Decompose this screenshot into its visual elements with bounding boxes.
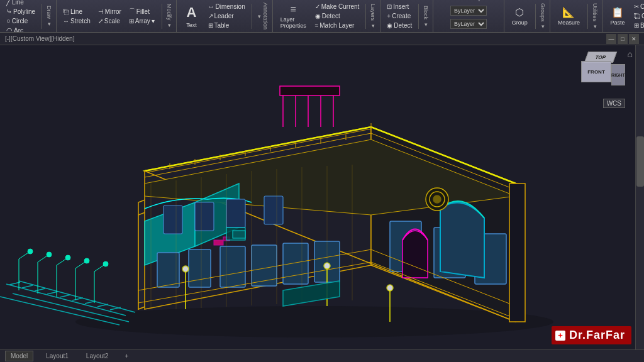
annotation-label: Annotation ▾ [256,2,269,31]
utilities-label: Utilities ▾ [592,3,598,30]
bylayer-dropdown-2[interactable]: ByLayer [450,19,487,29]
ribbon-draw-section: ╱ Line ⤷ Polyline ○ Circle ◠ Arc Draw ▾ [0,0,57,32]
sep4 [365,4,366,29]
make-current-icon: ✓ [315,3,320,10]
svg-rect-51 [220,246,245,287]
circle-icon: ○ [6,17,11,25]
svg-rect-78 [509,184,525,322]
ribbon-properties-section: ⟺ Match Properties ByLayer ByLayer Prope… [433,0,504,32]
copy-clipboard-button[interactable]: ⿻ Copy [631,12,644,21]
svg-rect-52 [252,245,277,286]
home-button[interactable]: ⌂ [628,49,633,59]
mirror-button[interactable]: ⊣ Mirror [96,7,124,16]
insert-icon: ⊡ [387,3,392,10]
array-icon: ⊞ [129,18,134,25]
dimension-button[interactable]: ↔ Dimension [206,3,248,11]
circle-button[interactable]: ○ Circle [4,16,38,25]
svg-point-29 [28,249,33,254]
fillet-button[interactable]: ⌒ Fillet [126,7,158,16]
copy-clipboard-icon: ⿻ [634,13,640,19]
copy-icon: ⿻ [63,8,69,15]
base-button[interactable]: ⊞ Base [631,21,644,30]
sep6 [535,4,536,29]
ribbon-layers-section: ≡ LayerProperties ✓ Make Current ◉ Detec… [273,0,381,32]
scrollbar-thumb[interactable] [636,136,644,187]
model-tab[interactable]: Model [5,351,33,361]
detect-icon: ◉ [315,13,321,19]
ribbon-clipboard-section: 📋 Paste ✂ Cut ⿻ Copy ⊞ Base Clipboard ▾ [602,0,644,32]
sep5 [418,4,419,29]
svg-point-17 [65,255,70,260]
measure-button[interactable]: 📐 Measure [554,3,584,30]
bylayer-dropdown-1[interactable]: ByLayer [450,6,487,16]
arc-button[interactable]: ◠ Arc [4,26,38,33]
statusbar: [-][Custom View][Hidden] — □ ✕ [0,33,644,45]
match-layer-icon: ≈ [315,22,319,29]
base-icon: ⊞ [634,22,639,29]
svg-rect-43 [280,86,340,96]
svg-rect-89 [233,231,245,238]
vertical-scrollbar[interactable] [635,45,644,349]
add-layout-button[interactable]: + [121,351,132,361]
ribbon-block-section: ⊡ Insert + Create ◉ Detect Block ▾ [380,0,433,32]
detect-block-button[interactable]: ◉ Detect [384,21,414,30]
navcube-front[interactable]: FRONT [581,61,611,82]
sep2 [162,4,162,29]
building-canvas [0,45,644,349]
ribbon-modify-section: ⿻ Line ⊣ Mirror ⌒ Fillet ↔ Stretch ⤢ Sca… [57,0,176,32]
create-button[interactable]: + Create [384,12,414,21]
svg-point-82 [324,263,330,269]
layer-properties-button[interactable]: ≡ LayerProperties [277,3,310,30]
table-button[interactable]: ⊞ Table [206,21,248,30]
minimize-button[interactable]: — [606,34,616,44]
svg-point-20 [84,258,89,263]
ribbon-groups-section: ⬡ Group Groups ▾ [504,0,550,32]
watermark: + Dr.FarFar [552,326,631,344]
svg-rect-53 [283,243,308,284]
svg-point-23 [103,261,108,266]
match-properties-button[interactable]: ⟺ Match Properties [437,0,500,2]
group-icon: ⬡ [515,6,524,18]
leader-icon: ↗ [208,13,213,19]
maximize-button[interactable]: □ [618,34,628,44]
layout1-tab[interactable]: Layout1 [41,351,74,361]
copy-button[interactable]: ⿻ Line [60,7,93,16]
viewport: TOP FRONT RIGHT WCS ⌂ + Dr.FarFar [0,45,644,349]
match-layer-button[interactable]: ≈ Match Layer [313,21,362,30]
ribbon: ╱ Line ⤷ Polyline ○ Circle ◠ Arc Draw ▾ … [0,0,644,33]
navcube[interactable]: TOP FRONT RIGHT [581,52,625,96]
stretch-button[interactable]: ↔ Stretch [60,16,93,25]
polyline-button[interactable]: ⤷ Polyline [4,7,38,16]
create-icon: + [387,13,391,19]
stretch-icon: ↔ [63,18,69,25]
cross-icon: + [555,331,565,341]
group-button[interactable]: ⬡ Group [508,3,531,30]
navcube-right[interactable]: RIGHT [611,64,625,85]
watermark-text: Dr.FarFar [569,329,625,342]
match-prop-icon: ⟺ [440,0,448,1]
layers-label: Layers ▾ [370,4,376,29]
text-button[interactable]: A Text [180,3,203,30]
layout2-tab[interactable]: Layout2 [81,351,114,361]
line-button[interactable]: ╱ Line [4,0,38,6]
table-icon: ⊞ [208,22,213,29]
array-button[interactable]: ⊞ Array ▾ [126,16,158,25]
svg-rect-57 [226,199,245,228]
paste-button[interactable]: 📋 Paste [606,3,629,30]
scale-icon: ⤢ [98,18,103,25]
sep7 [587,4,588,29]
detect-button[interactable]: ◉ Detect [313,12,362,21]
insert-button[interactable]: ⊡ Insert [384,3,414,11]
bottombar: Model Layout1 Layout2 + [0,349,644,362]
modify-label: Modify ▾ [166,4,172,28]
cut-button[interactable]: ✂ Cut [631,3,644,11]
close-button[interactable]: ✕ [629,34,639,44]
groups-label: Groups ▾ [540,3,546,30]
scale-button[interactable]: ⤢ Scale [96,16,124,25]
svg-rect-58 [264,196,283,224]
leader-button[interactable]: ↗ Leader [206,12,248,21]
detect-block-icon: ◉ [387,22,392,29]
arc-icon: ◠ [6,26,13,33]
make-current-button[interactable]: ✓ Make Current [313,3,362,11]
svg-rect-50 [189,250,211,287]
